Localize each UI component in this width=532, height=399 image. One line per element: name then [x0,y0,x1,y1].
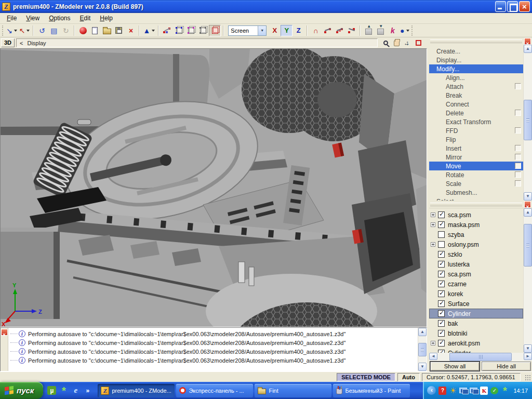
redo-button[interactable]: ↻ [60,25,72,36]
command-item[interactable]: Modify... [429,64,523,73]
object-row[interactable]: aerokit.psm [429,338,523,348]
scroll-right-icon[interactable]: ► [524,353,532,360]
x-axis-button[interactable]: X [269,25,281,36]
lasso-select-button[interactable]: ● [398,25,410,36]
dropdown-caret-icon[interactable] [26,30,30,32]
save-file-button[interactable] [113,25,125,36]
object-row[interactable]: blotniki [429,328,523,338]
taskbar-task[interactable]: premium400 - ZMode... [98,384,175,397]
menu-item[interactable]: File [2,14,21,23]
expand-toggle-icon[interactable] [431,222,435,227]
hidden-icons-chevron[interactable]: ‹ [427,386,436,395]
start-button[interactable]: пуск [0,382,43,399]
edges-mode-button[interactable] [173,25,185,36]
dropdown-caret-icon[interactable] [152,30,155,32]
command-item[interactable]: Align... [429,73,523,82]
export-button[interactable]: ↖ [18,25,31,36]
expand-toggle-icon[interactable] [431,341,435,345]
animation-button[interactable]: k [387,25,398,36]
menu-item[interactable]: Options [44,14,75,23]
unweld-vertices-button[interactable] [334,25,345,36]
visibility-checkbox[interactable] [438,310,445,317]
pan-tool[interactable] [392,39,401,47]
objects-scrollbar[interactable]: ▲ ▼ [523,208,532,353]
command-option-box[interactable] [515,110,521,116]
expand-toggle-icon[interactable] [431,212,435,217]
delete-button[interactable]: × [125,25,137,36]
taskbar-task[interactable]: Экспресс-панель - ... [176,384,253,397]
command-item[interactable]: Submesh... [429,188,523,197]
scroll-left-icon[interactable]: ◄ [429,353,437,360]
faces-mode-button[interactable] [197,25,209,36]
scroll-down-icon[interactable]: ▼ [418,363,427,371]
alert-icon[interactable]: ? [438,387,446,395]
scroll-thumb[interactable] [449,353,512,361]
visibility-checkbox[interactable] [438,320,445,327]
menu-item[interactable]: Help [95,14,117,23]
command-item[interactable]: Rotate [429,170,523,179]
command-option-box[interactable] [515,154,521,160]
y-axis-button[interactable]: Y [281,25,292,36]
expand-toggle-icon[interactable] [431,242,435,247]
visibility-checkbox[interactable] [438,221,445,228]
object-row[interactable]: lusterka [429,259,523,269]
visibility-checkbox[interactable] [438,290,445,297]
resize-grip[interactable] [525,375,531,381]
open-file-button[interactable] [101,25,113,36]
command-item[interactable]: Delete [429,109,523,117]
select-extend-up-button[interactable] [363,25,375,36]
object-row[interactable]: czarne [429,279,523,289]
command-option-box[interactable] [515,163,521,169]
object-row[interactable]: sca.psm [429,210,523,220]
network-icon-2[interactable] [470,388,477,393]
visibility-checkbox[interactable] [438,330,445,337]
command-item[interactable]: Insert [429,144,523,153]
z-axis-button[interactable]: Z [292,25,304,36]
scroll-thumb[interactable] [524,100,532,140]
visibility-checkbox[interactable] [438,271,445,277]
region-tool[interactable] [414,39,423,47]
sun-icon[interactable]: ☀ [449,387,457,395]
dropdown-caret-icon[interactable] [406,30,409,32]
polygons-mode-button[interactable] [185,25,197,36]
scroll-thumb[interactable] [418,343,427,356]
transform-space-select[interactable]: Screen▼ [228,25,267,36]
command-option-box[interactable] [515,145,521,151]
visibility-checkbox[interactable] [438,340,445,347]
kaspersky-icon[interactable]: K [480,387,488,395]
scroll-thumb[interactable] [524,224,532,267]
cone-tool-button[interactable]: ▲ [142,25,156,36]
commands-scrollbar[interactable]: ▲ ▼ [523,45,532,201]
show-all-button[interactable]: Show all [430,362,480,371]
object-row[interactable]: maska.psm [429,220,523,230]
command-item[interactable]: Exact Transform [429,117,523,126]
menu-item[interactable]: View [21,14,44,23]
command-item[interactable]: FFD [429,126,523,135]
command-item[interactable]: Create... [429,47,523,56]
objects-h-scrollbar[interactable]: ◄ ► [429,353,532,361]
command-item[interactable]: Connect [429,100,523,109]
command-option-box[interactable] [515,180,521,187]
scroll-down-icon[interactable]: ▼ [524,192,532,201]
scroll-up-icon[interactable]: ▲ [418,328,427,336]
ie-icon[interactable]: e [71,386,80,395]
import-button[interactable]: ↘ [5,25,18,36]
collapse-arrow[interactable]: < [20,40,23,46]
title-bar[interactable]: Z premium400 - ZModeler ver 2.0.8 (Build… [0,0,532,13]
close-button[interactable] [519,1,530,12]
material-editor-button[interactable] [77,25,89,36]
command-item[interactable]: Attach [429,82,523,91]
object-row[interactable]: oslony.psm [429,240,523,249]
icq-flower-icon[interactable]: * [501,387,509,395]
object-row[interactable]: Surface [429,299,523,309]
visibility-checkbox[interactable] [438,251,445,258]
command-item[interactable]: Flip [429,135,523,144]
move-view-tool[interactable] [403,39,412,47]
object-row[interactable]: korek [429,289,523,299]
auto-indicator[interactable]: Auto [397,373,420,381]
command-item[interactable]: Select [429,197,523,201]
dropdown-arrow-icon[interactable]: ▼ [258,26,266,35]
command-item[interactable]: Mirror [429,153,523,162]
objects-mode-button[interactable] [209,25,221,36]
weld-vertices-button[interactable] [322,25,334,36]
